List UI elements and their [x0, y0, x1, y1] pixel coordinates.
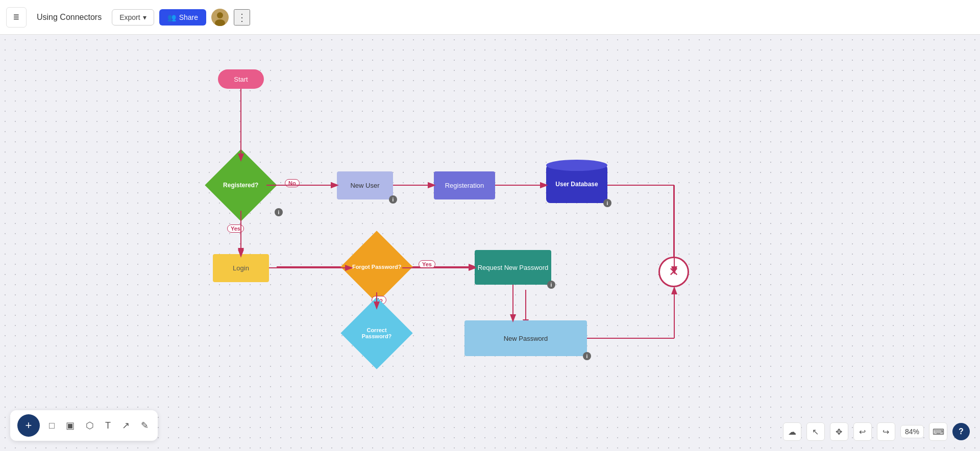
- more-options-button[interactable]: ⋮: [234, 9, 250, 26]
- share-button[interactable]: 👥 Share: [159, 9, 206, 26]
- help-icon: ?: [959, 427, 964, 436]
- export-button[interactable]: Export ▾: [112, 9, 154, 26]
- yes2-label: Yes: [419, 260, 435, 268]
- add-button[interactable]: + ✦: [17, 414, 40, 437]
- menu-button[interactable]: ☰: [6, 7, 27, 28]
- spark-icon: ✦: [38, 412, 42, 418]
- new-user-node[interactable]: New User i: [337, 171, 393, 199]
- move-icon: ✥: [836, 427, 842, 437]
- registered-info-icon[interactable]: i: [275, 208, 283, 216]
- routing-svg: [163, 60, 725, 417]
- bottom-right-toolbar: ☁ ↖ ✥ ↩ ↪ 84% ⌨ ?: [783, 422, 970, 441]
- flowchart: Start Registered? i No Yes New User i Re…: [163, 60, 725, 366]
- redo-icon: ↪: [883, 427, 889, 437]
- registered-diamond[interactable]: Registered?: [215, 160, 266, 211]
- yes1-label: Yes: [227, 224, 244, 233]
- new-user-info-icon[interactable]: i: [389, 195, 397, 204]
- correct-password-diamond[interactable]: Correct Password?: [351, 308, 402, 359]
- help-button[interactable]: ?: [952, 423, 970, 440]
- no1-label: No: [285, 179, 300, 187]
- header: ☰ Using Connectors Export ▾ 👥 Share ⋮: [0, 0, 980, 35]
- bottom-toolbar: + ✦ □ ▣ ⬡ T ↗ ✎: [10, 410, 158, 441]
- freehand-tool[interactable]: ✎: [139, 418, 151, 433]
- forgot-password-diamond[interactable]: Forgot Password?: [351, 241, 402, 292]
- rectangle-tool[interactable]: □: [47, 418, 57, 433]
- avatar[interactable]: [211, 9, 229, 26]
- share-label: Share: [179, 13, 198, 21]
- request-new-password-node[interactable]: Request New Password i: [475, 250, 551, 285]
- document-title: Using Connectors: [32, 13, 107, 22]
- select-tool-button[interactable]: ↖: [806, 422, 825, 441]
- cross-node[interactable]: ✕: [658, 257, 689, 287]
- connectors-svg: [163, 60, 725, 417]
- svg-point-0: [217, 12, 223, 18]
- svg-point-1: [215, 19, 225, 26]
- undo-icon: ↩: [859, 427, 866, 437]
- new-password-info-icon[interactable]: i: [583, 352, 591, 360]
- line-tool[interactable]: ↗: [120, 418, 132, 433]
- select-icon: ↖: [812, 427, 819, 437]
- start-node[interactable]: Start: [218, 69, 264, 89]
- user-database-node[interactable]: User Database i: [546, 165, 607, 203]
- share-icon: 👥: [167, 13, 176, 21]
- table-tool[interactable]: ▣: [64, 418, 77, 433]
- cloud-button[interactable]: ☁: [783, 422, 801, 441]
- more-icon: ⋮: [237, 11, 247, 23]
- user-database-info-icon[interactable]: i: [603, 199, 611, 207]
- zoom-level: 84%: [900, 425, 924, 438]
- export-label: Export: [119, 13, 140, 21]
- menu-icon: ☰: [13, 13, 19, 21]
- add-icon: +: [26, 419, 32, 432]
- canvas[interactable]: Start Registered? i No Yes New User i Re…: [0, 35, 980, 451]
- login-node[interactable]: Login: [213, 254, 269, 282]
- registration-node[interactable]: Registeration: [434, 171, 495, 199]
- shape-tool[interactable]: ⬡: [84, 418, 96, 433]
- chevron-down-icon: ▾: [143, 13, 146, 21]
- keyboard-button[interactable]: ⌨: [929, 422, 947, 441]
- request-new-password-info-icon[interactable]: i: [547, 281, 555, 289]
- undo-button[interactable]: ↩: [853, 422, 872, 441]
- keyboard-icon: ⌨: [933, 427, 944, 437]
- text-tool[interactable]: T: [103, 418, 113, 433]
- new-password-node[interactable]: New Password i: [464, 320, 587, 356]
- move-tool-button[interactable]: ✥: [830, 422, 848, 441]
- redo-button[interactable]: ↪: [877, 422, 895, 441]
- cloud-icon: ☁: [788, 427, 796, 437]
